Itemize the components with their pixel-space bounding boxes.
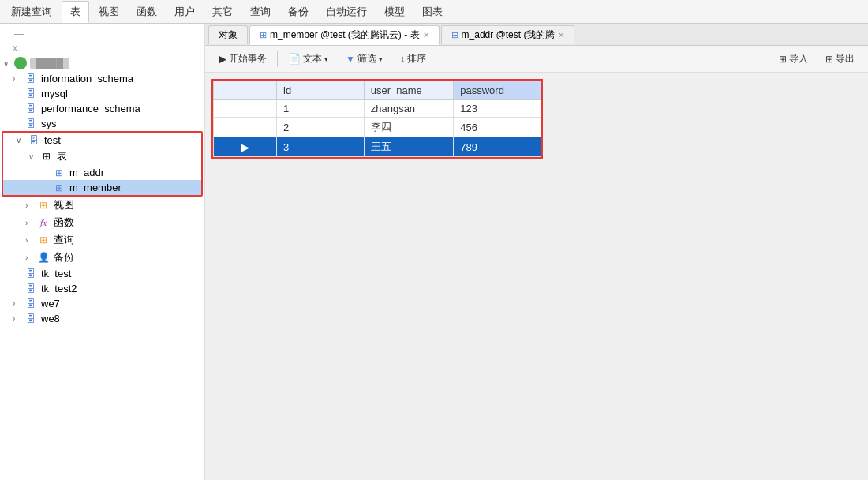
th-id: id xyxy=(277,81,365,100)
tab-close-icon[interactable]: ✕ xyxy=(558,31,564,39)
connection-status-icon xyxy=(14,57,27,69)
sidebar-item-performance-schema[interactable]: 🗄 performance_schema xyxy=(0,101,204,116)
menu-function[interactable]: 函数 xyxy=(129,2,165,22)
arrow-icon: › xyxy=(13,74,24,83)
sidebar-x-label: x. xyxy=(13,43,20,54)
cell-id[interactable]: 1 xyxy=(277,100,365,118)
sidebar-connection[interactable]: ∨ ████ xyxy=(0,55,204,71)
tab-object[interactable]: 对象 xyxy=(208,25,248,44)
db-icon: 🗄 xyxy=(27,135,41,146)
th-username: user_name xyxy=(364,81,454,100)
sidebar-item-we8[interactable]: › 🗄 we8 xyxy=(0,311,204,326)
top-menu-bar: 新建查询 表 视图 函数 用户 其它 查询 备份 自动运行 模型 图表 xyxy=(0,0,868,24)
view-icon: ⊞ xyxy=(36,200,51,211)
cell-id[interactable]: 2 xyxy=(277,118,365,137)
sidebar-item-sys[interactable]: 🗄 sys xyxy=(0,116,204,131)
cell-username[interactable]: 李四 xyxy=(364,118,454,137)
sidebar-item-mysql[interactable]: 🗄 mysql xyxy=(0,86,204,101)
btn-label: 文本 xyxy=(303,52,322,66)
menu-chart[interactable]: 图表 xyxy=(414,2,451,22)
cell-password[interactable]: 123 xyxy=(454,100,541,118)
import-btn[interactable]: ⊞ 导入 xyxy=(772,49,815,69)
menu-user[interactable]: 用户 xyxy=(166,2,203,22)
db-icon: 🗄 xyxy=(24,103,38,114)
cell-id[interactable]: 3 xyxy=(277,137,365,157)
table-tab-icon: ⊞ xyxy=(260,30,267,40)
db-label: tk_test2 xyxy=(41,283,77,294)
sidebar-item-backup[interactable]: › 👤 备份 xyxy=(0,249,204,266)
sidebar-item-test[interactable]: ∨ 🗄 test xyxy=(3,133,201,148)
menu-backup[interactable]: 备份 xyxy=(280,2,316,22)
db-label: test xyxy=(44,134,61,146)
btn-label: 筛选 xyxy=(357,52,376,66)
sidebar-x-item: x. xyxy=(0,41,204,55)
table-row[interactable]: 2 李四 456 xyxy=(214,118,541,137)
menu-autorun[interactable]: 自动运行 xyxy=(318,2,375,22)
table-tab-icon: ⊞ xyxy=(451,30,458,40)
cell-password[interactable]: 789 xyxy=(454,137,541,157)
table-panel: id user_name password 1 zhangs xyxy=(211,79,543,159)
sidebar: — x. ∨ ████ › 🗄 information_schema 🗄 mys… xyxy=(0,24,205,480)
tab-m-member[interactable]: ⊞ m_member @test (我的腾讯云) - 表 ✕ xyxy=(249,25,440,45)
table-row-selected[interactable]: ▶ 3 王五 789 xyxy=(214,137,541,157)
query-icon: ⊞ xyxy=(36,234,51,246)
table-icon: ⊞ xyxy=(52,182,66,193)
func-icon: 𝑓𝑥 xyxy=(36,217,51,228)
sidebar-item-we7[interactable]: › 🗄 we7 xyxy=(0,296,204,311)
menu-table[interactable]: 表 xyxy=(62,1,89,23)
sidebar-item-functions[interactable]: › 𝑓𝑥 函数 xyxy=(0,214,204,231)
table-row[interactable]: 1 zhangsan 123 xyxy=(214,100,541,118)
sidebar-item-queries[interactable]: › ⊞ 查询 xyxy=(0,231,204,249)
expand-arrow-icon: ∨ xyxy=(16,136,27,144)
row-arrow-cell-selected: ▶ xyxy=(214,137,277,157)
sidebar-item-tk-test[interactable]: 🗄 tk_test xyxy=(0,266,204,281)
db-label: information_schema xyxy=(41,73,133,84)
table-icon: ⊞ xyxy=(52,167,66,178)
text-btn[interactable]: 📄 文本 ▾ xyxy=(281,49,335,69)
sidebar-item-tk-test2[interactable]: 🗄 tk_test2 xyxy=(0,281,204,296)
menu-model[interactable]: 模型 xyxy=(376,2,413,22)
cell-password[interactable]: 456 xyxy=(454,118,541,137)
row-arrow-cell xyxy=(214,118,277,137)
main-layout: — x. ∨ ████ › 🗄 information_schema 🗄 mys… xyxy=(0,24,868,480)
db-label: we8 xyxy=(41,313,60,324)
arrow-icon: › xyxy=(13,314,24,323)
arrow-icon: › xyxy=(13,299,24,308)
menu-view[interactable]: 视图 xyxy=(91,2,127,22)
filter-btn[interactable]: ▼ 筛选 ▾ xyxy=(339,49,390,69)
sort-icon: ↕ xyxy=(400,54,405,65)
btn-label: 排序 xyxy=(407,52,426,66)
dropdown-arrow-icon: ▾ xyxy=(379,55,383,63)
views-label: 视图 xyxy=(54,198,74,212)
cell-username[interactable]: zhangsan xyxy=(364,100,454,118)
db-icon: 🗄 xyxy=(24,283,38,294)
functions-label: 函数 xyxy=(54,216,74,230)
tables-group-icon: ⊞ xyxy=(39,151,54,162)
export-btn[interactable]: ⊞ 导出 xyxy=(818,49,862,69)
db-icon: 🗄 xyxy=(24,268,38,279)
arrow-icon: › xyxy=(25,201,36,210)
start-transaction-btn[interactable]: ▶ 开始事务 xyxy=(211,49,274,69)
sidebar-item-m-addr[interactable]: ⊞ m_addr xyxy=(3,165,201,180)
sidebar-item-tables-group[interactable]: ∨ ⊞ 表 xyxy=(3,148,201,165)
transaction-icon: ▶ xyxy=(219,53,226,65)
sidebar-test-section: ∨ 🗄 test ∨ ⊞ 表 ⊞ m_addr ⊞ m_member xyxy=(2,131,203,197)
db-icon: 🗄 xyxy=(24,298,38,309)
tab-m-addr[interactable]: ⊞ m_addr @test (我的腾 ✕ xyxy=(441,25,575,44)
cell-username[interactable]: 王五 xyxy=(364,137,454,157)
db-icon: 🗄 xyxy=(24,118,38,129)
db-label: we7 xyxy=(41,298,60,309)
sort-btn[interactable]: ↕ 排序 xyxy=(393,49,433,69)
sidebar-item-m-member[interactable]: ⊞ m_member xyxy=(3,180,201,195)
btn-label: 开始事务 xyxy=(229,52,267,66)
menu-query[interactable]: 查询 xyxy=(242,2,279,22)
backup-icon: 👤 xyxy=(36,252,51,263)
sidebar-top-label: — xyxy=(14,28,24,39)
menu-other[interactable]: 其它 xyxy=(204,2,241,22)
sidebar-item-information-schema[interactable]: › 🗄 information_schema xyxy=(0,71,204,86)
menu-new-query[interactable]: 新建查询 xyxy=(3,2,60,22)
sidebar-item-views[interactable]: › ⊞ 视图 xyxy=(0,197,204,214)
main-toolbar: ▶ 开始事务 📄 文本 ▾ ▼ 筛选 ▾ ↕ 排序 ⊞ 导入 xyxy=(205,46,868,73)
tab-close-icon[interactable]: ✕ xyxy=(423,31,429,39)
backup-label: 备份 xyxy=(54,250,74,264)
